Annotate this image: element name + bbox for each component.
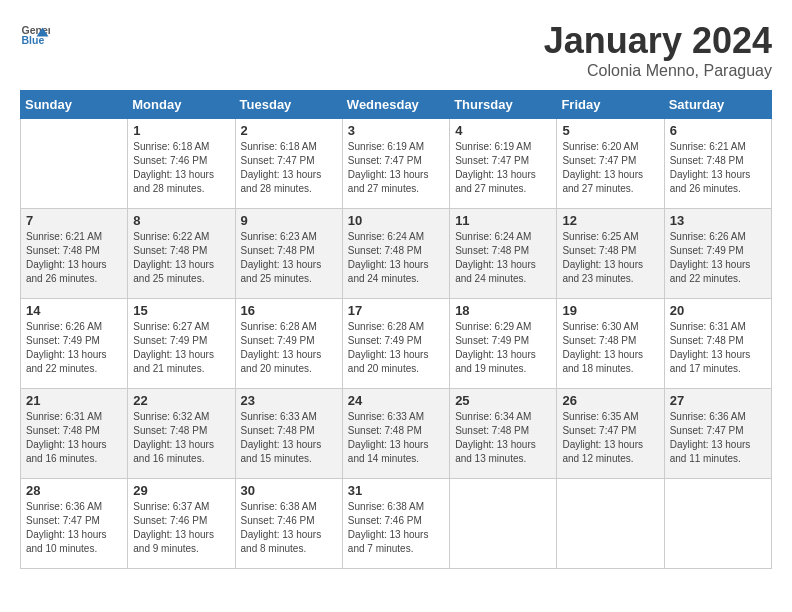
day-info: Sunrise: 6:24 AM Sunset: 7:48 PM Dayligh… bbox=[348, 230, 444, 286]
day-number: 20 bbox=[670, 303, 766, 318]
title-area: January 2024 Colonia Menno, Paraguay bbox=[544, 20, 772, 80]
day-cell bbox=[21, 119, 128, 209]
day-number: 25 bbox=[455, 393, 551, 408]
day-info: Sunrise: 6:36 AM Sunset: 7:47 PM Dayligh… bbox=[26, 500, 122, 556]
day-info: Sunrise: 6:38 AM Sunset: 7:46 PM Dayligh… bbox=[348, 500, 444, 556]
day-cell: 11Sunrise: 6:24 AM Sunset: 7:48 PM Dayli… bbox=[450, 209, 557, 299]
day-info: Sunrise: 6:33 AM Sunset: 7:48 PM Dayligh… bbox=[241, 410, 337, 466]
day-number: 30 bbox=[241, 483, 337, 498]
day-info: Sunrise: 6:35 AM Sunset: 7:47 PM Dayligh… bbox=[562, 410, 658, 466]
week-row-3: 14Sunrise: 6:26 AM Sunset: 7:49 PM Dayli… bbox=[21, 299, 772, 389]
day-number: 27 bbox=[670, 393, 766, 408]
day-number: 2 bbox=[241, 123, 337, 138]
day-cell: 13Sunrise: 6:26 AM Sunset: 7:49 PM Dayli… bbox=[664, 209, 771, 299]
week-row-5: 28Sunrise: 6:36 AM Sunset: 7:47 PM Dayli… bbox=[21, 479, 772, 569]
day-cell: 12Sunrise: 6:25 AM Sunset: 7:48 PM Dayli… bbox=[557, 209, 664, 299]
header-row: Sunday Monday Tuesday Wednesday Thursday… bbox=[21, 91, 772, 119]
day-cell: 17Sunrise: 6:28 AM Sunset: 7:49 PM Dayli… bbox=[342, 299, 449, 389]
day-info: Sunrise: 6:22 AM Sunset: 7:48 PM Dayligh… bbox=[133, 230, 229, 286]
col-tuesday: Tuesday bbox=[235, 91, 342, 119]
day-number: 15 bbox=[133, 303, 229, 318]
day-cell: 18Sunrise: 6:29 AM Sunset: 7:49 PM Dayli… bbox=[450, 299, 557, 389]
day-info: Sunrise: 6:25 AM Sunset: 7:48 PM Dayligh… bbox=[562, 230, 658, 286]
day-cell bbox=[664, 479, 771, 569]
calendar-title: January 2024 bbox=[544, 20, 772, 62]
col-sunday: Sunday bbox=[21, 91, 128, 119]
day-cell: 4Sunrise: 6:19 AM Sunset: 7:47 PM Daylig… bbox=[450, 119, 557, 209]
day-info: Sunrise: 6:37 AM Sunset: 7:46 PM Dayligh… bbox=[133, 500, 229, 556]
day-cell: 30Sunrise: 6:38 AM Sunset: 7:46 PM Dayli… bbox=[235, 479, 342, 569]
day-number: 26 bbox=[562, 393, 658, 408]
day-number: 4 bbox=[455, 123, 551, 138]
day-info: Sunrise: 6:26 AM Sunset: 7:49 PM Dayligh… bbox=[670, 230, 766, 286]
day-number: 14 bbox=[26, 303, 122, 318]
day-info: Sunrise: 6:21 AM Sunset: 7:48 PM Dayligh… bbox=[670, 140, 766, 196]
calendar-table: Sunday Monday Tuesday Wednesday Thursday… bbox=[20, 90, 772, 569]
day-info: Sunrise: 6:23 AM Sunset: 7:48 PM Dayligh… bbox=[241, 230, 337, 286]
day-cell bbox=[450, 479, 557, 569]
day-cell: 8Sunrise: 6:22 AM Sunset: 7:48 PM Daylig… bbox=[128, 209, 235, 299]
day-number: 23 bbox=[241, 393, 337, 408]
day-number: 1 bbox=[133, 123, 229, 138]
day-cell: 23Sunrise: 6:33 AM Sunset: 7:48 PM Dayli… bbox=[235, 389, 342, 479]
day-info: Sunrise: 6:28 AM Sunset: 7:49 PM Dayligh… bbox=[241, 320, 337, 376]
col-saturday: Saturday bbox=[664, 91, 771, 119]
week-row-1: 1Sunrise: 6:18 AM Sunset: 7:46 PM Daylig… bbox=[21, 119, 772, 209]
calendar-subtitle: Colonia Menno, Paraguay bbox=[544, 62, 772, 80]
logo-icon: General Blue bbox=[20, 20, 50, 50]
day-info: Sunrise: 6:19 AM Sunset: 7:47 PM Dayligh… bbox=[348, 140, 444, 196]
col-friday: Friday bbox=[557, 91, 664, 119]
day-info: Sunrise: 6:18 AM Sunset: 7:47 PM Dayligh… bbox=[241, 140, 337, 196]
day-number: 8 bbox=[133, 213, 229, 228]
day-number: 31 bbox=[348, 483, 444, 498]
day-number: 6 bbox=[670, 123, 766, 138]
day-info: Sunrise: 6:18 AM Sunset: 7:46 PM Dayligh… bbox=[133, 140, 229, 196]
week-row-2: 7Sunrise: 6:21 AM Sunset: 7:48 PM Daylig… bbox=[21, 209, 772, 299]
day-cell: 16Sunrise: 6:28 AM Sunset: 7:49 PM Dayli… bbox=[235, 299, 342, 389]
day-cell: 27Sunrise: 6:36 AM Sunset: 7:47 PM Dayli… bbox=[664, 389, 771, 479]
day-cell: 3Sunrise: 6:19 AM Sunset: 7:47 PM Daylig… bbox=[342, 119, 449, 209]
day-number: 12 bbox=[562, 213, 658, 228]
day-info: Sunrise: 6:36 AM Sunset: 7:47 PM Dayligh… bbox=[670, 410, 766, 466]
day-number: 16 bbox=[241, 303, 337, 318]
week-row-4: 21Sunrise: 6:31 AM Sunset: 7:48 PM Dayli… bbox=[21, 389, 772, 479]
day-cell: 15Sunrise: 6:27 AM Sunset: 7:49 PM Dayli… bbox=[128, 299, 235, 389]
day-number: 29 bbox=[133, 483, 229, 498]
day-cell: 7Sunrise: 6:21 AM Sunset: 7:48 PM Daylig… bbox=[21, 209, 128, 299]
day-info: Sunrise: 6:20 AM Sunset: 7:47 PM Dayligh… bbox=[562, 140, 658, 196]
col-monday: Monday bbox=[128, 91, 235, 119]
day-info: Sunrise: 6:31 AM Sunset: 7:48 PM Dayligh… bbox=[670, 320, 766, 376]
logo: General Blue bbox=[20, 20, 50, 50]
day-info: Sunrise: 6:29 AM Sunset: 7:49 PM Dayligh… bbox=[455, 320, 551, 376]
day-number: 9 bbox=[241, 213, 337, 228]
day-number: 17 bbox=[348, 303, 444, 318]
day-cell: 28Sunrise: 6:36 AM Sunset: 7:47 PM Dayli… bbox=[21, 479, 128, 569]
day-info: Sunrise: 6:24 AM Sunset: 7:48 PM Dayligh… bbox=[455, 230, 551, 286]
day-info: Sunrise: 6:34 AM Sunset: 7:48 PM Dayligh… bbox=[455, 410, 551, 466]
day-cell: 29Sunrise: 6:37 AM Sunset: 7:46 PM Dayli… bbox=[128, 479, 235, 569]
day-cell: 5Sunrise: 6:20 AM Sunset: 7:47 PM Daylig… bbox=[557, 119, 664, 209]
day-info: Sunrise: 6:26 AM Sunset: 7:49 PM Dayligh… bbox=[26, 320, 122, 376]
day-cell: 2Sunrise: 6:18 AM Sunset: 7:47 PM Daylig… bbox=[235, 119, 342, 209]
day-number: 11 bbox=[455, 213, 551, 228]
day-cell: 25Sunrise: 6:34 AM Sunset: 7:48 PM Dayli… bbox=[450, 389, 557, 479]
day-cell: 22Sunrise: 6:32 AM Sunset: 7:48 PM Dayli… bbox=[128, 389, 235, 479]
header: General Blue January 2024 Colonia Menno,… bbox=[20, 20, 772, 80]
day-number: 5 bbox=[562, 123, 658, 138]
day-cell: 19Sunrise: 6:30 AM Sunset: 7:48 PM Dayli… bbox=[557, 299, 664, 389]
day-cell bbox=[557, 479, 664, 569]
day-number: 21 bbox=[26, 393, 122, 408]
day-number: 19 bbox=[562, 303, 658, 318]
day-number: 13 bbox=[670, 213, 766, 228]
day-cell: 31Sunrise: 6:38 AM Sunset: 7:46 PM Dayli… bbox=[342, 479, 449, 569]
day-number: 18 bbox=[455, 303, 551, 318]
day-cell: 10Sunrise: 6:24 AM Sunset: 7:48 PM Dayli… bbox=[342, 209, 449, 299]
day-number: 28 bbox=[26, 483, 122, 498]
day-number: 22 bbox=[133, 393, 229, 408]
day-cell: 6Sunrise: 6:21 AM Sunset: 7:48 PM Daylig… bbox=[664, 119, 771, 209]
day-cell: 9Sunrise: 6:23 AM Sunset: 7:48 PM Daylig… bbox=[235, 209, 342, 299]
day-cell: 20Sunrise: 6:31 AM Sunset: 7:48 PM Dayli… bbox=[664, 299, 771, 389]
day-cell: 24Sunrise: 6:33 AM Sunset: 7:48 PM Dayli… bbox=[342, 389, 449, 479]
day-info: Sunrise: 6:30 AM Sunset: 7:48 PM Dayligh… bbox=[562, 320, 658, 376]
day-info: Sunrise: 6:27 AM Sunset: 7:49 PM Dayligh… bbox=[133, 320, 229, 376]
